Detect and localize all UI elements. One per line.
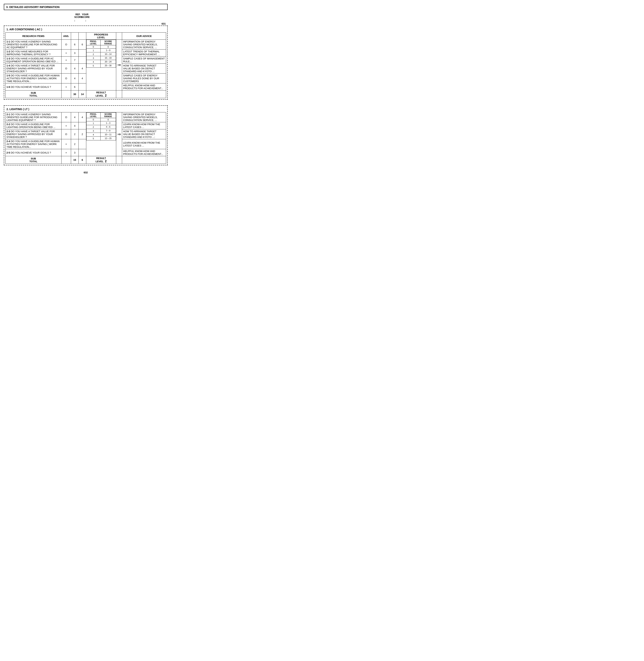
prog-row-lt-1: 1 1～3	[86, 121, 116, 125]
ans-1-4: O	[61, 64, 71, 73]
ref-1-6: 6	[71, 84, 78, 90]
col-header-ans: ANS.	[61, 32, 71, 40]
prog-range-lt-5: 12～15	[100, 137, 116, 140]
your-2-2	[78, 122, 86, 129]
your-2-5	[78, 149, 86, 156]
prog-row-lt-3: 3 7～9	[86, 129, 116, 133]
prog-level-0: 0	[86, 45, 100, 49]
subtotal-label-lt: SUBTOTAL	[5, 156, 62, 164]
prog-range-2: 10～14	[100, 52, 116, 56]
research-item-2-3: 2-3 DO YOU HAVE A TARGET VALUE FOR ENERG…	[5, 129, 62, 139]
prog-row-lt-4: 4 10～11	[86, 133, 116, 137]
subtotal-row-lt: SUBTOTAL 15 6 RESULTLEVEL 2	[5, 156, 166, 164]
section-lt: 2. LIGHTING ( LT ) 2-1 DO YOU HAVE A ENE…	[4, 105, 168, 165]
research-item-1-4: 1-4 DO YOU HAVE A TARGET VALUE FOR ENERG…	[5, 64, 62, 73]
prog-level-lt-3: 3	[86, 129, 100, 133]
advice-2-2: LEARN KNOW-HOW FROM THE LATEST CASES ...	[122, 122, 166, 129]
prog-row-3: 3 15～19	[86, 56, 116, 60]
col-header-research: RESEARCH ITEMS	[5, 32, 62, 40]
prog-row-2: 2 10～14	[86, 52, 116, 56]
ref-2-3: 2	[71, 129, 78, 139]
ans-2-3: O	[61, 129, 71, 139]
advice-2-5: HELPFUL KNOW-HOW AND PRODUCTS FOR ACHIEV…	[122, 149, 166, 156]
num-631: 631	[4, 22, 166, 25]
ref-score-label: REF.SCORE	[74, 13, 82, 19]
table-row: 1-4 DO YOU HAVE A TARGET VALUE FOR ENERG…	[5, 64, 166, 73]
ref-1-1: 6	[71, 40, 78, 49]
subtotal-row-ac: SUBTOTAL 30 14 RESULTLEVEL 2	[5, 90, 166, 98]
prog-range-5: 25～30	[100, 64, 116, 68]
research-item-2-5: 2-5 DO YOU ACHIEVE YOUR GOALS ?	[5, 149, 62, 156]
num-632: 632	[4, 171, 168, 174]
result-level-lt: RESULTLEVEL 2	[86, 156, 116, 164]
your-score-label: YOURSCORE	[82, 13, 89, 19]
your-1-3	[78, 56, 86, 64]
research-item-2-4: 2-4 DO YOU HAVE A GUIDELINE FOR HUMAN AC…	[5, 139, 62, 149]
ans-1-6: ×	[61, 84, 71, 90]
section-lt-header: 2. LIGHTING ( LT )	[5, 107, 166, 111]
table-row: 2-3 DO YOU HAVE A TARGET VALUE FOR ENERG…	[5, 129, 166, 139]
page-title: 3. DETAILED ADVISORY INFORMATION	[4, 4, 168, 10]
research-item-2-1: 2-1 DO YOU HAVE A ENERGY SAVING ORIENTED…	[5, 112, 62, 122]
subtotal-ans-lt	[61, 156, 71, 164]
advice-1-4: HOW TO ARRANGE TARGET VALUE BASED ON DEF…	[122, 64, 166, 73]
subtotal-arrow-ac	[116, 90, 122, 98]
prog-range-lt-0: 0	[100, 118, 116, 121]
prog-level-5: 5	[86, 64, 100, 68]
subtotal-ref-ac: 30	[71, 90, 78, 98]
ref-2-2: 4	[71, 122, 78, 129]
your-1-4: 4	[78, 64, 86, 73]
ans-1-5: O	[61, 73, 71, 84]
your-1-5: 4	[78, 73, 86, 84]
prog-col-score: SCORERANGE	[100, 40, 116, 45]
subtotal-arrow-lt	[116, 156, 122, 164]
col-header-ref	[71, 32, 78, 40]
subtotal-ans-ac	[61, 90, 71, 98]
ans-2-5: ×	[61, 149, 71, 156]
progress-table-lt: PROG.LEVEL SCORERANGE 0 0 1 1～3	[86, 112, 116, 156]
research-item-1-2: 1-2 DO YOU HAVE MEASURES FOR IMPROVING T…	[5, 49, 62, 56]
your-1-6	[78, 84, 86, 90]
col-631	[116, 32, 122, 40]
ans-2-4: ×	[61, 139, 71, 149]
prog-level-lt-4: 4	[86, 133, 100, 137]
your-2-4	[78, 139, 86, 149]
prog-range-lt-1: 1～3	[100, 121, 116, 125]
result-level-ac: RESULTLEVEL 2	[86, 90, 116, 98]
prog-level-lt-1: 1	[86, 121, 100, 125]
prog-row-lt-0: 0 0	[86, 118, 116, 121]
prog-row-lt-5: 5 12～15	[86, 137, 116, 140]
your-1-2	[78, 49, 86, 56]
advice-1-1: INFORMATION OF ENERGY SAVING ORIENTED MO…	[122, 40, 166, 49]
your-1-1: 6	[78, 40, 86, 49]
col-header-progress: PROGRESSLEVEL	[86, 32, 116, 40]
subtotal-your-ac: 14	[78, 90, 86, 98]
arrow-ac: ⇒	[116, 40, 122, 90]
prog-col-level: PROG.LEVEL	[86, 40, 100, 45]
advice-1-3: SAMPLE CASES OF MANAGEMENT RULE...	[122, 56, 166, 64]
section-ac: 1. AIR CONDITIONING ( AC ) RESEARCH ITEM…	[4, 25, 168, 100]
prog-level-1: 1	[86, 49, 100, 52]
research-item-1-6: 1-6 DO YOU ACHIEVE YOUR GOALS ?	[5, 84, 62, 90]
prog-range-4: 20～24	[100, 60, 116, 64]
advice-1-2: LATEST TRENDS OF THERMAL EFFICIENCY IMPR…	[122, 49, 166, 56]
prog-col-level-lt: PROG.LEVEL	[86, 113, 100, 118]
prog-level-2: 2	[86, 52, 100, 56]
subtotal-advice-ac	[122, 90, 166, 98]
prog-range-lt-4: 10～11	[100, 133, 116, 137]
your-2-3: 2	[78, 129, 86, 139]
subtotal-label-ac: SUBTOTAL	[5, 90, 62, 98]
table-row: 1-6 DO YOU ACHIEVE YOUR GOALS ? × 6 HELP…	[5, 84, 166, 90]
research-item-1-1: 1-1 DO YOU HAVE A ENERGY SAVING ORIENTED…	[5, 40, 62, 49]
col-header-your	[78, 32, 86, 40]
arrow-lt: ⇒	[116, 112, 122, 156]
research-item-1-5: 1-5 DO YOU HAVE A GUIDELINE FOR HUMAN AC…	[5, 73, 62, 84]
prog-level-4: 4	[86, 60, 100, 64]
table-row: 1-1 DO YOU HAVE A ENERGY SAVING ORIENTED…	[5, 40, 166, 49]
prog-row-4: 4 20～24	[86, 60, 116, 64]
table-row: 1-2 DO YOU HAVE MEASURES FOR IMPROVING T…	[5, 49, 166, 56]
col-header-advice: OUR ADVICE	[122, 32, 166, 40]
prog-row-0: 0 0	[86, 45, 116, 49]
section-ac-header: 1. AIR CONDITIONING ( AC )	[5, 27, 166, 31]
ref-2-4: 2	[71, 139, 78, 149]
